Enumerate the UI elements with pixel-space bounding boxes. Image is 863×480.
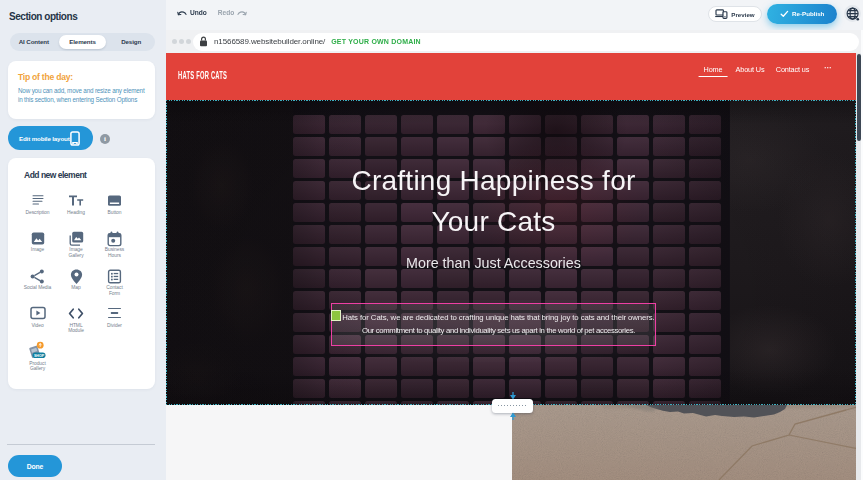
image-icon — [16, 231, 59, 246]
website-builder-app: Section options AI Content Elements Desi… — [0, 0, 863, 480]
browser-dot-3 — [186, 39, 191, 44]
element-item-button[interactable]: Button — [93, 193, 136, 215]
business-hours-icon — [93, 231, 136, 246]
preview-browser-bar: n1566589.websitebuilder.online/ GET YOUR… — [166, 30, 863, 53]
undo-icon[interactable] — [177, 8, 187, 17]
element-drag-handle[interactable] — [331, 310, 341, 321]
get-domain-link[interactable]: GET YOUR OWN DOMAIN — [331, 38, 421, 45]
element-item-label: Map — [64, 285, 88, 291]
add-element-title: Add new element — [24, 170, 86, 180]
resize-arrow-up-icon — [509, 412, 517, 420]
undo-redo-group: Undo Redo — [177, 8, 247, 17]
nav-about-us[interactable]: About Us — [736, 65, 765, 74]
nav-contact-us[interactable]: Contact us — [776, 65, 809, 74]
section-selection-border-top — [166, 100, 857, 101]
globe-icon — [846, 7, 860, 21]
hero-heading-line2[interactable]: Your Cats — [166, 206, 821, 238]
tip-line1: Now you can add, move and resize any ele… — [18, 87, 145, 94]
element-item-image-gallery[interactable]: Image Gallery — [55, 231, 98, 259]
preview-button[interactable]: Preview — [708, 6, 762, 22]
section-options-panel: Section options AI Content Elements Desi… — [0, 0, 166, 480]
description-icon — [16, 193, 59, 208]
preview-label: Preview — [731, 11, 754, 18]
contact-form-icon — [93, 269, 136, 284]
element-item-label: Contact Form — [103, 285, 127, 296]
body-text-line1: Hats for Cats, we are dedicated to craft… — [342, 313, 654, 322]
hero-heading-line1[interactable]: Crafting Happiness for — [166, 165, 821, 197]
element-item-label: Social Media — [23, 285, 53, 291]
editor-topbar: Undo Redo Preview Re-Publish — [166, 0, 863, 30]
element-item-business-hours[interactable]: Business Hours — [93, 231, 136, 259]
nav-more-dots[interactable]: ··· — [824, 64, 832, 71]
edit-mobile-layout-label: Edit mobile layout — [19, 135, 70, 142]
image-gallery-icon — [55, 231, 98, 246]
element-item-label: Video — [26, 323, 50, 329]
element-item-label: Image — [26, 247, 50, 253]
site-preview: HATS FOR CATS Home About Us Contact us ·… — [166, 53, 857, 480]
lock-icon — [199, 36, 208, 47]
language-globe-button[interactable] — [844, 5, 861, 22]
republish-button[interactable]: Re-Publish — [767, 4, 837, 24]
add-element-card: Add new element DescriptionHeadingButton… — [8, 158, 155, 389]
hero-subtitle[interactable]: More than Just Accessories — [166, 255, 821, 271]
undo-label[interactable]: Undo — [190, 9, 207, 16]
section-selection-border-left — [166, 100, 167, 406]
pavement-photo — [512, 405, 857, 480]
hero-section[interactable]: Crafting Happiness for Your Cats More th… — [166, 100, 857, 405]
tip-body: Now you can add, move and resize any ele… — [18, 87, 145, 104]
url-bar[interactable]: n1566589.websitebuilder.online/ GET YOUR… — [193, 33, 859, 51]
video-icon — [16, 306, 59, 321]
heading-icon — [55, 193, 98, 208]
done-button[interactable]: Done — [8, 455, 62, 477]
site-nav: Home About Us Contact us ··· — [166, 65, 857, 77]
tab-design[interactable]: Design — [107, 33, 155, 51]
mobile-phone-icon — [70, 131, 80, 146]
element-item-label: Description — [26, 210, 50, 216]
browser-dot-1 — [172, 39, 177, 44]
element-item-contact-form[interactable]: Contact Form — [93, 269, 136, 297]
republish-label: Re-Publish — [792, 10, 824, 17]
element-item-label: Image Gallery — [64, 247, 88, 258]
tip-title: Tip of the day: — [18, 72, 73, 82]
product-gallery-icon: SHOP — [16, 344, 59, 359]
social-media-icon — [16, 269, 59, 284]
button-icon — [93, 193, 136, 208]
edit-mobile-layout-button[interactable]: Edit mobile layout — [8, 126, 93, 150]
map-icon — [55, 269, 98, 284]
selected-text-element[interactable]: Hats for Cats, we are dedicated to craft… — [331, 303, 656, 346]
element-item-heading[interactable]: Heading — [55, 193, 98, 215]
browser-dot-2 — [179, 39, 184, 44]
tab-elements[interactable]: Elements — [59, 35, 107, 49]
element-item-video[interactable]: Video — [16, 306, 59, 328]
preview-devices-icon — [715, 9, 728, 19]
element-item-image[interactable]: Image — [16, 231, 59, 253]
redo-label[interactable]: Redo — [218, 9, 234, 16]
tab-ai-content[interactable]: AI Content — [10, 33, 58, 51]
element-item-label: HTML Module — [64, 323, 88, 334]
preview-scrollbar-thumb[interactable] — [857, 54, 861, 141]
element-item-label: Business Hours — [103, 247, 127, 258]
site-url[interactable]: n1566589.websitebuilder.online/ — [214, 37, 325, 46]
element-item-label: Product Gallery — [26, 361, 50, 372]
check-icon — [780, 10, 789, 18]
element-item-divider[interactable]: Divider — [93, 306, 136, 328]
element-item-html-module[interactable]: HTML Module — [55, 306, 98, 334]
redo-icon[interactable] — [237, 8, 247, 17]
element-item-map[interactable]: Map — [55, 269, 98, 291]
body-text[interactable]: Hats for Cats, we are dedicated to craft… — [341, 311, 656, 337]
panel-tabs: AI Content Elements Design — [10, 33, 155, 51]
body-text-line2: Our commitment to quality and individual… — [362, 326, 635, 335]
element-item-label: Heading — [64, 210, 88, 216]
resize-handle-dots — [498, 405, 527, 406]
html-module-icon — [55, 306, 98, 321]
svg-text:SHOP: SHOP — [34, 354, 45, 358]
nav-home[interactable]: Home — [704, 65, 723, 74]
element-item-social-media[interactable]: Social Media — [16, 269, 59, 291]
info-icon[interactable]: i — [100, 134, 110, 144]
sidebar-divider — [7, 444, 155, 445]
divider-icon — [93, 306, 136, 321]
section-resize-handle[interactable] — [492, 399, 533, 413]
site-header: HATS FOR CATS Home About Us Contact us ·… — [166, 53, 857, 100]
element-item-description[interactable]: Description — [16, 193, 59, 215]
element-item-product-gallery[interactable]: SHOPProduct Gallery — [16, 344, 59, 372]
